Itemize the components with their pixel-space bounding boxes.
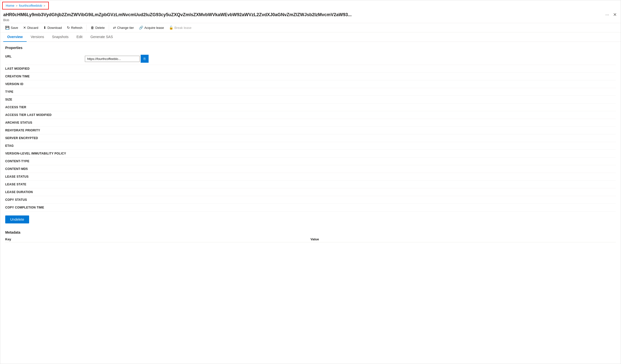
break-lease-label: Break lease xyxy=(174,26,192,30)
property-row-lease-state: LEASE STATE xyxy=(5,181,616,188)
lease-state-label: LEASE STATE xyxy=(5,183,85,186)
metadata-key-header: Key xyxy=(5,237,311,241)
blob-title: aHR0cHM6Ly9mb3VydGhjb2ZmZWVibG9iLmZpbGVz… xyxy=(3,12,352,17)
url-label: URL xyxy=(5,55,85,58)
property-row-access-tier-last-modified: ACCESS TIER LAST MODIFIED xyxy=(5,111,616,119)
delete-icon: 🗑 xyxy=(91,26,94,30)
type-label: TYPE xyxy=(5,90,85,94)
close-button[interactable]: ✕ xyxy=(612,11,618,18)
copy-url-button[interactable]: ⎘ xyxy=(141,55,149,63)
property-row-content-md5: CONTENT-MD5 xyxy=(5,165,616,173)
property-row-copy-status: COPY STATUS xyxy=(5,196,616,204)
property-row-rehydrate-priority: REHYDRATE PRIORITY xyxy=(5,127,616,134)
size-label: SIZE xyxy=(5,98,85,101)
creation-time-label: CREATION TIME xyxy=(5,75,85,78)
property-row-content-type: CONTENT-TYPE xyxy=(5,157,616,165)
properties-title: Properties xyxy=(5,46,616,50)
metadata-header: Key Value xyxy=(5,237,616,242)
content-area: Properties URL ⎘ LAST MODIFIED CREATION … xyxy=(0,42,621,364)
properties-section: Properties URL ⎘ LAST MODIFIED CREATION … xyxy=(5,46,616,211)
access-tier-label: ACCESS TIER xyxy=(5,105,85,109)
tab-overview[interactable]: Overview xyxy=(3,32,27,42)
tab-edit[interactable]: Edit xyxy=(72,32,86,42)
discard-button[interactable]: ✕ Discard xyxy=(21,25,40,31)
property-row-access-tier: ACCESS TIER xyxy=(5,104,616,111)
property-row-creation-time: CREATION TIME xyxy=(5,73,616,80)
title-bar: aHR0cHM6Ly9mb3VydGhjb2ZmZWVibG9iLmZpbGVz… xyxy=(0,11,621,23)
save-button[interactable]: 💾 Save xyxy=(3,25,20,31)
breadcrumb-home[interactable]: Home xyxy=(6,4,14,7)
refresh-label: Refresh xyxy=(71,26,83,30)
lease-duration-label: LEASE DURATION xyxy=(5,190,85,194)
break-lease-button[interactable]: 🔓 Break lease xyxy=(167,25,194,31)
download-icon: ⬇ xyxy=(43,26,46,30)
toolbar-separator-2 xyxy=(109,25,109,31)
title-actions: ··· ✕ xyxy=(604,11,618,18)
toolbar-separator-1 xyxy=(86,25,87,31)
metadata-title: Metadata xyxy=(5,230,616,234)
discard-icon: ✕ xyxy=(23,26,26,30)
acquire-lease-label: Acquire lease xyxy=(144,26,164,30)
server-encrypted-label: SERVER ENCRYPTED xyxy=(5,136,85,140)
property-row-etag: ETAG xyxy=(5,142,616,150)
copy-icon: ⎘ xyxy=(144,57,146,61)
property-row-size: SIZE xyxy=(5,96,616,104)
copy-status-label: COPY STATUS xyxy=(5,198,85,202)
etag-label: ETAG xyxy=(5,144,85,148)
save-icon: 💾 xyxy=(5,26,9,30)
lease-status-label: LEASE STATUS xyxy=(5,175,85,178)
refresh-button[interactable]: ↻ Refresh xyxy=(65,25,85,31)
break-lease-icon: 🔓 xyxy=(169,26,173,30)
property-row-immutability: VERSION-LEVEL IMMUTABILITY POLICY xyxy=(5,150,616,157)
access-tier-last-modified-label: ACCESS TIER LAST MODIFIED xyxy=(5,113,85,117)
acquire-lease-button[interactable]: 🔗 Acquire lease xyxy=(137,25,166,31)
archive-status-label: ARCHIVE STATUS xyxy=(5,121,85,124)
last-modified-label: LAST MODIFIED xyxy=(5,67,85,70)
save-label: Save xyxy=(11,26,18,30)
property-row-version-id: VERSION ID xyxy=(5,80,616,88)
copy-completion-time-label: COPY COMPLETION TIME xyxy=(5,206,85,209)
url-value: ⎘ xyxy=(85,55,616,63)
undelete-button[interactable]: Undelete xyxy=(5,215,29,223)
breadcrumb-arrow: > xyxy=(44,4,45,7)
tab-generate-sas[interactable]: Generate SAS xyxy=(86,32,117,42)
tab-snapshots[interactable]: Snapshots xyxy=(48,32,72,42)
url-input[interactable] xyxy=(85,56,140,62)
breadcrumb-current[interactable]: fourthcoffeeblob xyxy=(19,4,42,7)
discard-label: Discard xyxy=(27,26,38,30)
property-row-copy-completion-time: COPY COMPLETION TIME xyxy=(5,204,616,211)
property-row-url: URL ⎘ xyxy=(5,53,616,65)
refresh-icon: ↻ xyxy=(67,26,70,30)
toolbar: 💾 Save ✕ Discard ⬇ Download ↻ Refresh 🗑 … xyxy=(0,23,621,32)
metadata-value-header: Value xyxy=(311,237,616,241)
more-options-button[interactable]: ··· xyxy=(604,12,610,18)
change-tier-label: Change tier xyxy=(117,26,134,30)
tab-versions[interactable]: Versions xyxy=(27,32,48,42)
metadata-section: Metadata Key Value xyxy=(5,230,616,242)
property-row-archive-status: ARCHIVE STATUS xyxy=(5,119,616,127)
breadcrumb-sep-1: > xyxy=(16,4,17,7)
property-row-last-modified: LAST MODIFIED xyxy=(5,65,616,73)
blob-subtitle: Blob xyxy=(3,18,618,22)
content-type-label: CONTENT-TYPE xyxy=(5,159,85,163)
delete-label: Delete xyxy=(95,26,105,30)
property-row-lease-status: LEASE STATUS xyxy=(5,173,616,181)
download-button[interactable]: ⬇ Download xyxy=(41,25,64,31)
version-id-label: VERSION ID xyxy=(5,82,85,86)
content-md5-label: CONTENT-MD5 xyxy=(5,167,85,171)
delete-button[interactable]: 🗑 Delete xyxy=(89,25,107,31)
change-tier-icon: ⇄ xyxy=(113,26,116,30)
download-label: Download xyxy=(48,26,62,30)
rehydrate-priority-label: REHYDRATE PRIORITY xyxy=(5,129,85,132)
acquire-lease-icon: 🔗 xyxy=(139,26,143,30)
property-row-type: TYPE xyxy=(5,88,616,96)
immutability-label: VERSION-LEVEL IMMUTABILITY POLICY xyxy=(5,152,85,155)
property-row-lease-duration: LEASE DURATION xyxy=(5,188,616,196)
property-row-server-encrypted: SERVER ENCRYPTED xyxy=(5,134,616,142)
breadcrumb: Home > fourthcoffeeblob > xyxy=(2,2,49,9)
tabs: Overview Versions Snapshots Edit Generat… xyxy=(0,32,621,42)
change-tier-button[interactable]: ⇄ Change tier xyxy=(111,25,136,31)
blob-properties-panel: Home > fourthcoffeeblob > aHR0cHM6Ly9mb3… xyxy=(0,0,621,364)
